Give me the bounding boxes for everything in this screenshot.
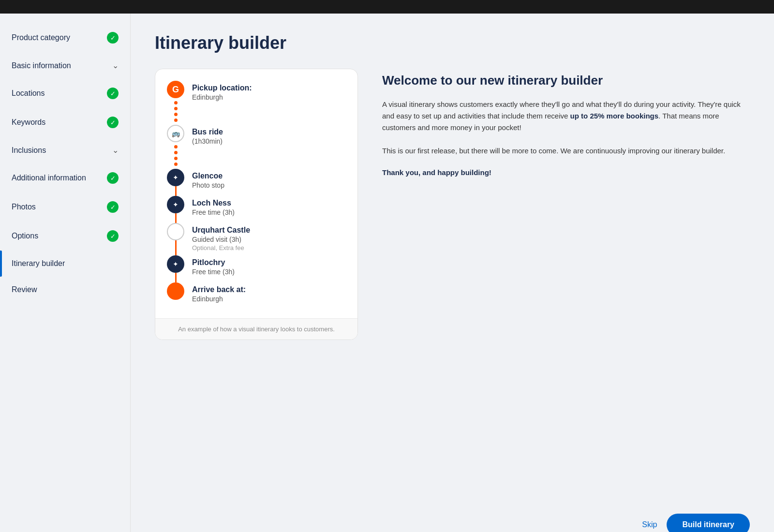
star-node-icon: ✦ <box>167 169 184 186</box>
sidebar-item-label: Keywords <box>12 118 107 127</box>
check-icon: ✓ <box>107 201 119 213</box>
timeline-dots <box>174 142 178 169</box>
timeline-line <box>175 186 177 196</box>
sidebar-item-review[interactable]: Review <box>0 277 130 303</box>
sidebar-item-locations[interactable]: Locations✓ <box>0 79 130 108</box>
timeline-col <box>167 223 184 255</box>
check-icon: ✓ <box>107 88 119 99</box>
star-node-icon: ✦ <box>167 196 184 213</box>
chevron-down-icon: ⌄ <box>112 61 119 70</box>
item-subtitle: (1h30min) <box>192 137 346 145</box>
content-area: GPickup location:Edinburgh🚌Bus ride(1h30… <box>155 69 750 485</box>
item-title: Loch Ness <box>192 199 346 207</box>
sidebar-item-keywords[interactable]: Keywords✓ <box>0 108 130 137</box>
star-node-icon: ✦ <box>167 255 184 273</box>
check-icon: ✓ <box>107 172 119 184</box>
itinerary-item: 🚌Bus ride(1h30min) <box>167 125 346 169</box>
chevron-down-icon: ⌄ <box>112 146 119 155</box>
timeline-col: ✦ <box>167 255 184 282</box>
welcome-panel: Welcome to our new itinerary builder A v… <box>382 69 750 177</box>
item-title: Glencoe <box>192 172 346 180</box>
top-bar <box>0 0 774 14</box>
check-icon: ✓ <box>107 117 119 128</box>
timeline-col <box>167 282 184 307</box>
item-title: Pitlochry <box>192 258 346 267</box>
sidebar-item-options[interactable]: Options✓ <box>0 222 130 251</box>
timeline-line <box>175 213 177 223</box>
itinerary-item: ✦PitlochryFree time (3h) <box>167 255 346 282</box>
timeline-line <box>175 273 177 282</box>
item-subtitle: Photo stop <box>192 181 346 189</box>
welcome-paragraph-2: This is our first release, but there wil… <box>382 145 750 157</box>
sidebar-item-label: Product category <box>12 33 107 42</box>
timeline-col: 🚌 <box>167 125 184 169</box>
timeline-col: ✦ <box>167 169 184 196</box>
check-icon: ✓ <box>107 230 119 242</box>
sidebar-item-label: Basic information <box>12 61 112 70</box>
timeline-dots <box>174 98 178 125</box>
timeline-line <box>175 240 177 255</box>
end-node-icon <box>167 282 184 300</box>
sidebar-item-label: Options <box>12 232 107 240</box>
welcome-thanks: Thank you, and happy building! <box>382 168 750 177</box>
item-subtitle: Edinburgh <box>192 295 346 303</box>
itinerary-card: GPickup location:Edinburgh🚌Bus ride(1h30… <box>155 69 358 340</box>
item-title: Pickup location: <box>192 84 346 92</box>
sidebar: Product category✓Basic information⌄Locat… <box>0 14 131 532</box>
sidebar-item-label: Photos <box>12 203 107 211</box>
sidebar-item-product-category[interactable]: Product category✓ <box>0 23 130 52</box>
item-subtitle: Edinburgh <box>192 93 346 101</box>
timeline-col: ✦ <box>167 196 184 223</box>
itinerary-item: ✦GlencoePhoto stop <box>167 169 346 196</box>
itinerary-item: Urquhart CastleGuided visit (3h)Optional… <box>167 223 346 255</box>
bus-node-icon: 🚌 <box>167 125 184 142</box>
sidebar-item-label: Additional information <box>12 174 107 182</box>
sidebar-item-label: Review <box>12 285 119 294</box>
card-footer: An example of how a visual itinerary loo… <box>155 318 357 340</box>
optional-node-icon <box>167 223 184 240</box>
bottom-bar: Skip Build itinerary <box>131 504 774 532</box>
welcome-paragraph-1: A visual itinerary shows customers exact… <box>382 99 750 133</box>
item-extra: Optional, Extra fee <box>192 244 346 251</box>
timeline-col: G <box>167 81 184 125</box>
skip-button[interactable]: Skip <box>642 520 657 529</box>
item-title: Urquhart Castle <box>192 226 346 235</box>
sidebar-item-label: Inclusions <box>12 146 112 155</box>
sidebar-item-label: Locations <box>12 89 107 98</box>
build-itinerary-button[interactable]: Build itinerary <box>667 514 750 532</box>
start-node-icon: G <box>167 81 184 98</box>
itinerary-item: GPickup location:Edinburgh <box>167 81 346 125</box>
sidebar-item-itinerary-builder[interactable]: Itinerary builder <box>0 251 130 277</box>
check-icon: ✓ <box>107 32 119 44</box>
sidebar-item-basic-information[interactable]: Basic information⌄ <box>0 52 130 79</box>
itinerary-item: ✦Loch NessFree time (3h) <box>167 196 346 223</box>
item-subtitle: Free time (3h) <box>192 268 346 276</box>
item-subtitle: Free time (3h) <box>192 208 346 216</box>
itinerary-card-body: GPickup location:Edinburgh🚌Bus ride(1h30… <box>155 69 357 318</box>
sidebar-item-photos[interactable]: Photos✓ <box>0 192 130 222</box>
itinerary-item: Arrive back at:Edinburgh <box>167 282 346 307</box>
page-title: Itinerary builder <box>155 33 750 53</box>
welcome-title: Welcome to our new itinerary builder <box>382 73 750 89</box>
sidebar-item-label: Itinerary builder <box>12 259 119 268</box>
item-subtitle: Guided visit (3h) <box>192 236 346 243</box>
main-content: Itinerary builder GPickup location:Edinb… <box>131 14 774 504</box>
sidebar-item-additional-information[interactable]: Additional information✓ <box>0 163 130 192</box>
item-title: Bus ride <box>192 128 346 136</box>
sidebar-item-inclusions[interactable]: Inclusions⌄ <box>0 137 130 163</box>
item-title: Arrive back at: <box>192 285 346 294</box>
